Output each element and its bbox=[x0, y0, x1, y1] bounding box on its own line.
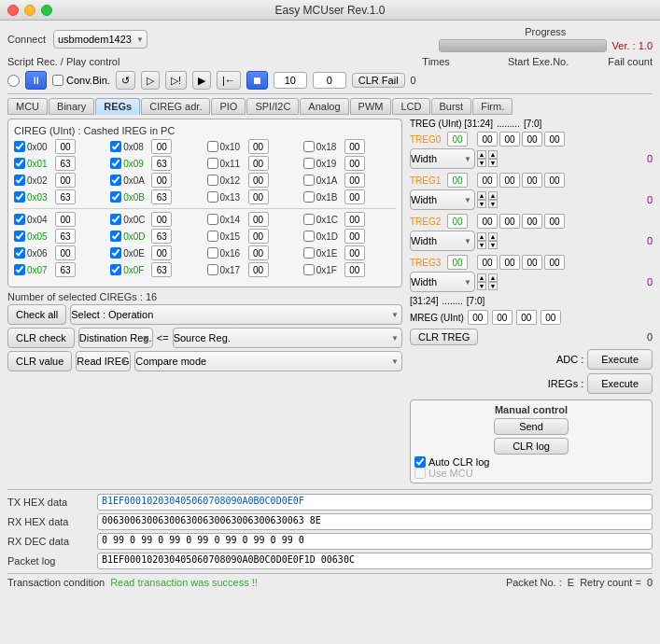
check-0x02[interactable] bbox=[14, 175, 25, 186]
adc-execute-button[interactable]: Execute bbox=[587, 349, 653, 370]
check-0x0e[interactable] bbox=[110, 247, 121, 259]
val-0x19[interactable] bbox=[344, 156, 365, 171]
tab-cireg-adr[interactable]: CIREG adr. bbox=[141, 98, 210, 115]
treg1-v1[interactable] bbox=[477, 173, 498, 188]
check-0x1b[interactable] bbox=[303, 191, 315, 203]
check-0x09[interactable] bbox=[110, 158, 121, 169]
treg3-down2[interactable]: ▼ bbox=[488, 282, 498, 290]
check-0x15[interactable] bbox=[207, 231, 218, 242]
treg2-width-select[interactable]: Width bbox=[410, 231, 475, 251]
tab-pwm[interactable]: PWM bbox=[350, 98, 392, 115]
check-0x1f[interactable] bbox=[303, 264, 315, 275]
check-all-button[interactable]: Check all bbox=[7, 304, 66, 325]
fast-fwd-button[interactable]: ▶ bbox=[192, 71, 211, 90]
val-0x18[interactable] bbox=[344, 139, 365, 154]
step-fwd-button[interactable]: ▷ bbox=[141, 71, 160, 90]
treg2-main-val[interactable] bbox=[447, 214, 468, 229]
check-0x13[interactable] bbox=[207, 191, 218, 203]
val-0x11[interactable] bbox=[248, 156, 269, 171]
treg3-down[interactable]: ▼ bbox=[477, 282, 486, 290]
val-0x1e[interactable] bbox=[344, 245, 365, 260]
val-0x12[interactable] bbox=[248, 173, 269, 188]
check-0x0f[interactable] bbox=[110, 264, 121, 275]
treg0-v4[interactable] bbox=[544, 132, 565, 147]
tab-firm[interactable]: Firm. bbox=[472, 98, 513, 115]
check-0x10[interactable] bbox=[207, 141, 218, 152]
val-0x1a[interactable] bbox=[344, 173, 365, 188]
check-0x0d[interactable] bbox=[110, 231, 121, 242]
stop-button[interactable]: ⏹ bbox=[246, 71, 268, 90]
treg3-v4[interactable] bbox=[544, 255, 565, 270]
treg0-down2[interactable]: ▼ bbox=[488, 159, 498, 167]
val-0x08[interactable] bbox=[151, 139, 172, 154]
check-0x0b[interactable] bbox=[110, 191, 121, 203]
treg1-main-val[interactable] bbox=[447, 173, 468, 188]
treg0-v1[interactable] bbox=[477, 132, 498, 147]
iregs-execute-button[interactable]: Execute bbox=[587, 373, 653, 394]
treg2-v3[interactable] bbox=[522, 214, 542, 229]
tab-pio[interactable]: PIO bbox=[211, 98, 246, 115]
minimize-button[interactable] bbox=[24, 5, 35, 16]
check-0x00[interactable] bbox=[14, 141, 25, 152]
treg0-down[interactable]: ▼ bbox=[477, 159, 486, 167]
mreg-v3[interactable] bbox=[516, 310, 537, 325]
compare-mode-select[interactable]: Compare mode bbox=[134, 351, 402, 371]
val-0x0b[interactable] bbox=[151, 189, 172, 204]
to-end-button[interactable]: |← bbox=[217, 71, 241, 90]
clr-value-button[interactable]: CLR value bbox=[7, 351, 72, 371]
treg1-v4[interactable] bbox=[544, 173, 565, 188]
pause-button[interactable]: ⏸ bbox=[25, 71, 47, 90]
val-0x10[interactable] bbox=[248, 139, 269, 154]
val-0x0d[interactable] bbox=[151, 229, 172, 244]
val-0x01[interactable] bbox=[55, 156, 76, 171]
check-0x18[interactable] bbox=[303, 141, 315, 152]
check-0x07[interactable] bbox=[14, 264, 25, 275]
check-0x14[interactable] bbox=[207, 214, 218, 225]
check-0x03[interactable] bbox=[14, 191, 25, 203]
rx-hex-value[interactable]: 006300630063006300630063006300630063 8E bbox=[97, 513, 653, 530]
treg2-v1[interactable] bbox=[477, 214, 498, 229]
val-0x0a[interactable] bbox=[151, 173, 172, 188]
val-0x0f[interactable] bbox=[151, 262, 172, 277]
clr-check-button[interactable]: CLR check bbox=[7, 328, 75, 348]
treg3-up[interactable]: ▲ bbox=[477, 273, 486, 282]
val-0x16[interactable] bbox=[248, 245, 269, 260]
val-0x15[interactable] bbox=[248, 229, 269, 244]
tab-burst[interactable]: Burst bbox=[431, 98, 472, 115]
treg2-down2[interactable]: ▼ bbox=[488, 241, 498, 249]
check-0x16[interactable] bbox=[207, 247, 218, 259]
val-0x1b[interactable] bbox=[344, 189, 365, 204]
src-reg-select[interactable]: Source Reg. bbox=[173, 328, 402, 348]
treg0-up2[interactable]: ▲ bbox=[488, 150, 498, 159]
val-0x14[interactable] bbox=[248, 212, 269, 227]
check-0x0a[interactable] bbox=[110, 175, 121, 186]
check-0x01[interactable] bbox=[14, 158, 25, 169]
dest-reg-select[interactable]: Distination Reg. bbox=[78, 328, 153, 348]
clr-fail-button[interactable]: CLR Fail bbox=[352, 73, 405, 88]
treg0-up[interactable]: ▲ bbox=[477, 150, 486, 159]
val-0x03[interactable] bbox=[55, 189, 76, 204]
tab-lcd[interactable]: LCD bbox=[392, 98, 429, 115]
val-0x00[interactable] bbox=[55, 139, 76, 154]
mreg-v4[interactable] bbox=[541, 310, 561, 325]
treg1-v3[interactable] bbox=[522, 173, 542, 188]
close-button[interactable] bbox=[7, 5, 19, 16]
treg2-up[interactable]: ▲ bbox=[477, 232, 486, 241]
read-ireg-select[interactable]: Read IREG bbox=[76, 351, 131, 371]
treg0-width-select[interactable]: Width bbox=[410, 148, 475, 169]
val-0x04[interactable] bbox=[55, 212, 76, 227]
tx-hex-value[interactable]: B1EF000102030405060708090A0B0C0D0E0F bbox=[97, 494, 653, 511]
treg2-up2[interactable]: ▲ bbox=[488, 232, 498, 241]
tab-regs[interactable]: REGs bbox=[95, 98, 140, 115]
treg1-down2[interactable]: ▼ bbox=[488, 200, 498, 208]
check-0x08[interactable] bbox=[110, 141, 121, 152]
tab-spi-i2c[interactable]: SPI/I2C bbox=[246, 98, 299, 115]
treg0-main-val[interactable] bbox=[447, 132, 468, 147]
conv-bin-check[interactable] bbox=[52, 75, 63, 86]
treg3-up2[interactable]: ▲ bbox=[488, 273, 498, 282]
select-operation[interactable]: Select : Operation bbox=[70, 304, 402, 325]
treg1-width-select[interactable]: Width bbox=[410, 189, 475, 210]
treg1-up2[interactable]: ▲ bbox=[488, 191, 498, 200]
val-0x17[interactable] bbox=[248, 262, 269, 277]
mreg-v1[interactable] bbox=[468, 310, 488, 325]
